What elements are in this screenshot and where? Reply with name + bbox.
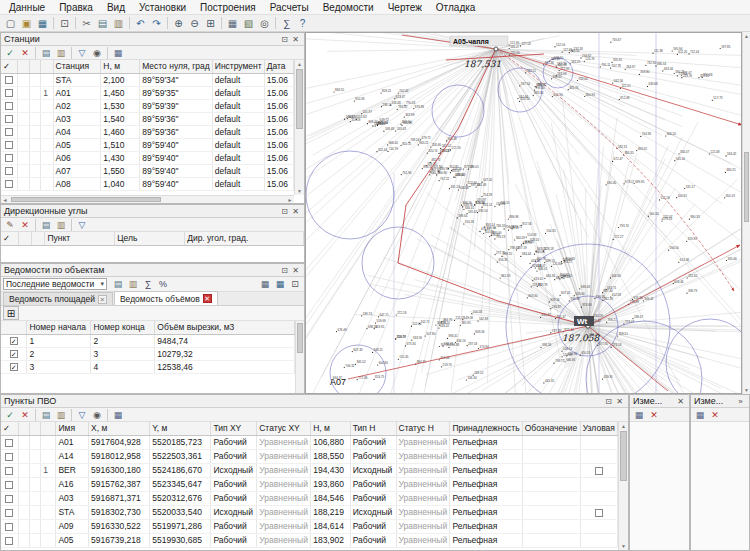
print-icon[interactable]: ⊡ xyxy=(288,278,302,291)
scroll-down-icon[interactable]: ▼ xyxy=(295,187,304,195)
points-col-3[interactable] xyxy=(41,422,56,435)
row-checkbox[interactable] xyxy=(5,76,13,84)
settings-icon[interactable]: ◎ xyxy=(257,16,272,30)
copy-icon[interactable]: ▤ xyxy=(39,46,53,59)
menu-item-0[interactable]: Данные xyxy=(2,2,52,13)
report-row[interactable]: ✓3412538,46 xyxy=(1,360,295,373)
station-row[interactable]: A041,46089°59'36"default15.06 xyxy=(1,125,294,138)
row-checkbox[interactable] xyxy=(5,154,13,162)
paste-icon[interactable]: ▥ xyxy=(54,46,68,59)
row-checkbox[interactable] xyxy=(5,141,13,149)
scroll-down-icon[interactable]: ▼ xyxy=(743,386,750,394)
row-checkbox[interactable]: ✓ xyxy=(10,363,18,371)
points-col-6[interactable]: Y, м xyxy=(150,422,211,435)
menu-item-1[interactable]: Правка xyxy=(52,2,100,13)
filter-icon[interactable]: ▽ xyxy=(75,46,89,59)
scroll-left-icon[interactable]: ◄ xyxy=(1,196,9,203)
tab-volume-report[interactable]: Ведомость объёмов ✕ xyxy=(114,291,218,305)
zoom-in-icon[interactable]: ⊕ xyxy=(171,16,186,30)
row-checkbox[interactable] xyxy=(5,439,13,447)
print-icon[interactable]: ⊡ xyxy=(57,16,72,30)
filter-icon[interactable]: ▽ xyxy=(75,408,89,421)
row-checkbox[interactable] xyxy=(5,102,13,110)
tab-area-report[interactable]: Ведомость площадей ✕ xyxy=(3,292,113,305)
point-row[interactable]: A015917604,9285520185,723РабочийУравненн… xyxy=(1,435,618,449)
stations-col-0[interactable]: ✓ xyxy=(1,60,18,73)
point-row[interactable]: A035916871,3715520312,676РабочийУравненн… xyxy=(1,491,618,505)
close-icon[interactable]: ✕ xyxy=(290,35,301,44)
menu-item-3[interactable]: Установки xyxy=(132,2,193,13)
point-row[interactable]: A165915762,3875523345,647РабочийУравненн… xyxy=(1,477,618,491)
close-icon[interactable]: ✕ xyxy=(290,266,301,275)
dir-col-5[interactable]: Дир. угол, град. xyxy=(185,232,304,245)
points-vertical-scrollbar[interactable]: ▲ ▼ xyxy=(618,422,628,550)
station-row[interactable]: A061,43089°59'40"default15.06 xyxy=(1,151,294,164)
point-row[interactable]: A145918012,9585522503,361РабочийУравненн… xyxy=(1,449,618,463)
delete-icon[interactable]: ✕ xyxy=(18,218,32,231)
row-checkbox[interactable] xyxy=(5,180,13,188)
grid-icon[interactable]: ▦ xyxy=(225,16,240,30)
row-checkbox[interactable] xyxy=(5,537,13,545)
new-icon[interactable]: ▢ xyxy=(3,16,18,30)
close-icon[interactable]: ✕ xyxy=(675,397,686,406)
pin-icon[interactable]: ⊡ xyxy=(279,266,290,275)
help-icon[interactable]: ? xyxy=(295,16,310,30)
station-row[interactable]: A031,54089°59'36"default15.06 xyxy=(1,112,294,125)
reports-col-3[interactable]: Объём вырезки, м3 xyxy=(155,321,295,334)
points-col-13[interactable]: Обозначение xyxy=(522,422,580,435)
scroll-down-icon[interactable]: ▼ xyxy=(619,542,628,550)
station-row[interactable]: STA2,10089°59'34"default15.06 xyxy=(1,73,294,86)
cut-icon[interactable]: ✂ xyxy=(79,16,94,30)
points-col-1[interactable] xyxy=(18,422,29,435)
zoom-out-icon[interactable]: ⊖ xyxy=(187,16,202,30)
row-checkbox[interactable] xyxy=(5,495,13,503)
menu-item-2[interactable]: Вид xyxy=(100,2,132,13)
save-icon[interactable]: ▦ xyxy=(273,278,287,291)
stations-col-4[interactable]: Станция xyxy=(53,60,101,73)
open-icon[interactable]: ▣ xyxy=(19,16,34,30)
stations-col-3[interactable] xyxy=(41,60,53,73)
select-all-icon[interactable]: ✓ xyxy=(3,46,17,59)
preview-icon[interactable]: ◉ xyxy=(90,46,104,59)
dir-col-2[interactable] xyxy=(32,232,45,245)
points-col-11[interactable]: Статус Н xyxy=(396,422,450,435)
row-checkbox[interactable] xyxy=(5,523,13,531)
layers-icon[interactable]: ▧ xyxy=(241,16,256,30)
points-col-14[interactable]: Узловая xyxy=(580,422,617,435)
select-all-icon[interactable]: ✓ xyxy=(3,408,17,421)
point-row[interactable]: STA5918302,7305520033,540ИсходныйУравнен… xyxy=(1,505,618,519)
calc-icon[interactable]: ∑ xyxy=(279,16,294,30)
stations-col-1[interactable] xyxy=(18,60,29,73)
close-icon[interactable]: ✕ xyxy=(614,397,625,406)
delete-icon[interactable]: ✕ xyxy=(708,408,722,421)
points-col-5[interactable]: X, м xyxy=(89,422,150,435)
paste-icon[interactable]: ▥ xyxy=(54,408,68,421)
map-canvas[interactable]: 736.32560.48630.41560.08421.80738.54843.… xyxy=(305,32,742,394)
preview-icon[interactable]: ◉ xyxy=(90,408,104,421)
rebuild-report-button[interactable]: ⊞ xyxy=(3,306,19,320)
point-row[interactable]: A055916739,2185519930,685РабочийУравненн… xyxy=(1,533,618,547)
reports-col-2[interactable]: Номер конца xyxy=(91,321,155,334)
columns-icon[interactable]: ▦ xyxy=(632,408,646,421)
dir-col-4[interactable]: Цель xyxy=(115,232,185,245)
scroll-right-icon[interactable]: ► xyxy=(286,196,294,203)
row-checkbox[interactable]: ✓ xyxy=(10,337,18,345)
stations-col-6[interactable]: Место нуля, град xyxy=(140,60,213,73)
grid-icon[interactable]: ▦ xyxy=(258,278,272,291)
dir-col-1[interactable] xyxy=(19,232,32,245)
point-row[interactable]: 1BER5916300,1805524186,670ИсходныйУравне… xyxy=(1,463,618,477)
reports-vertical-scrollbar[interactable] xyxy=(295,321,304,393)
percent-icon[interactable]: % xyxy=(156,278,170,291)
points-col-2[interactable] xyxy=(30,422,41,435)
columns-icon[interactable]: ▦ xyxy=(111,408,125,421)
paste-icon[interactable]: ▥ xyxy=(54,218,68,231)
delete-icon[interactable]: ✕ xyxy=(18,46,32,59)
dir-col-3[interactable]: Пункт xyxy=(45,232,115,245)
points-col-9[interactable]: Н, м xyxy=(311,422,351,435)
points-col-8[interactable]: Статус XY xyxy=(257,422,311,435)
station-row[interactable]: A021,53089°59'39"default15.06 xyxy=(1,99,294,112)
copy-icon[interactable]: ▤ xyxy=(39,218,53,231)
pin-icon[interactable]: ⊡ xyxy=(603,397,614,406)
menu-item-5[interactable]: Расчеты xyxy=(263,2,316,13)
delete-icon[interactable]: ✕ xyxy=(18,408,32,421)
